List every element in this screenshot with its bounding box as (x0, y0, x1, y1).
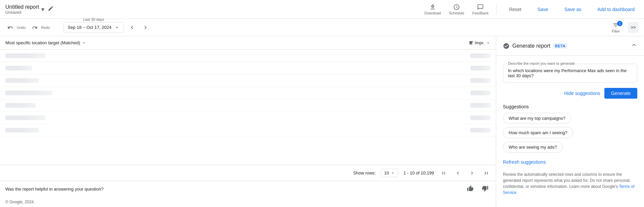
top-header: Untitled report Unsaved ▾ Download Sched… (0, 0, 644, 19)
prev-page-button[interactable] (454, 169, 462, 177)
generate-button[interactable]: Generate (604, 88, 637, 99)
table-header-row: Most specific location target (Matched) … (0, 36, 496, 50)
date-range-value: Sep 18 – Oct 17, 2024 (68, 25, 112, 30)
query-text: In which locations were my Performance M… (508, 68, 627, 78)
add-to-dashboard-button[interactable]: Add to dashboard (593, 5, 639, 14)
copyright: © Google, 2024. (5, 200, 35, 204)
toolbar-left: Undo Redo Last 30 days Sep 18 – Oct 17, … (5, 22, 602, 33)
col-impr-label: Impr. (475, 40, 484, 45)
toolbar-right: 1 Filter >> (606, 19, 639, 36)
query-box[interactable]: Describe the report you want to generate… (503, 64, 637, 83)
header-actions: Download Schedule Feedback Reset Save Sa… (424, 4, 639, 15)
filter-badge: 1 (617, 21, 622, 26)
redo-label: Redo (41, 25, 50, 30)
pagination-bar: Show rows: 10 1 - 10 of 10,199 (0, 165, 496, 181)
suggestion-item-0[interactable]: What are my top campaigns? (503, 113, 571, 124)
col-main-header: Most specific location target (Matched) (5, 40, 469, 45)
title-block: Untitled report Unsaved (5, 4, 39, 15)
hide-suggestions-button[interactable]: Hide suggestions (564, 91, 600, 96)
table-row (0, 87, 496, 99)
edit-icon[interactable] (48, 5, 54, 13)
date-range-label: Last 30 days (83, 17, 104, 21)
refresh-suggestions-button[interactable]: Refresh suggestions (503, 158, 637, 166)
panel-header: Generate report BETA (496, 36, 644, 56)
reset-button[interactable]: Reset (505, 5, 525, 14)
table-row (0, 99, 496, 112)
schedule-button[interactable]: Schedule (449, 4, 464, 15)
next-page-button[interactable] (468, 169, 476, 177)
page-info: 1 - 10 of 10,199 (403, 170, 434, 175)
date-range-picker[interactable]: Sep 18 – Oct 17, 2024 (63, 22, 124, 33)
header-divider (497, 4, 497, 15)
filter-button[interactable]: 1 Filter (606, 19, 625, 36)
show-rows-label: Show rows: (353, 170, 376, 175)
suggestion-item-1[interactable]: How much spam am I seeing? (503, 127, 573, 138)
expand-panel-button[interactable]: >> (628, 22, 639, 33)
filter-label: Filter (612, 29, 620, 33)
panel-body: Describe the report you want to generate… (496, 56, 644, 201)
beta-badge: BETA (553, 43, 567, 49)
report-subtitle: Unsaved (5, 10, 39, 15)
disclaimer-text: Review the automatically selected rows a… (503, 171, 637, 196)
title-chevron-icon[interactable]: ▾ (41, 6, 44, 13)
table-row (0, 62, 496, 74)
schedule-label: Schedule (449, 11, 464, 15)
col-main-label: Most specific location target (Matched) (5, 40, 80, 45)
suggestions-section: Suggestions What are my top campaigns? H… (503, 104, 637, 153)
table-area: Most specific location target (Matched) … (0, 36, 496, 207)
collapse-panel-button[interactable] (631, 42, 637, 50)
thumbs-up-button[interactable] (465, 183, 476, 195)
describe-label: Describe the report you want to generate (507, 61, 576, 65)
feedback-label: Feedback (472, 11, 488, 15)
table-scroll (0, 50, 496, 165)
col-impr-header: Impr. (469, 40, 490, 45)
thumbs-down-button[interactable] (480, 183, 490, 195)
undo-label: Undo (17, 25, 26, 30)
download-label: Download (424, 11, 441, 15)
disclaimer-content: Review the automatically selected rows a… (503, 172, 631, 189)
main-layout: Most specific location target (Matched) … (0, 36, 644, 207)
report-title-area: Untitled report Unsaved ▾ (5, 4, 422, 15)
panel-actions: Hide suggestions Generate (503, 88, 637, 99)
download-button[interactable]: Download (424, 4, 441, 15)
report-title: Untitled report (5, 4, 39, 10)
undo-button[interactable] (5, 22, 15, 33)
table-row (0, 74, 496, 87)
suggestions-list: What are my top campaigns? How much spam… (503, 113, 637, 153)
save-as-button[interactable]: Save as (560, 5, 586, 14)
next-date-button[interactable] (140, 22, 151, 33)
table-row (0, 50, 496, 62)
side-panel: Generate report BETA Describe the report… (496, 36, 644, 207)
first-page-button[interactable] (439, 169, 448, 177)
table-row (0, 124, 496, 137)
suggestions-label: Suggestions (503, 104, 637, 109)
panel-title-area: Generate report BETA (503, 43, 567, 49)
tos-suffix: . (516, 190, 517, 195)
feedback-question: Was the report helpful in answering your… (5, 187, 461, 192)
redo-button[interactable] (30, 22, 40, 33)
save-button[interactable]: Save (533, 5, 552, 14)
table-row (0, 112, 496, 124)
feedback-bar: Was the report helpful in answering your… (0, 181, 496, 197)
footer: © Google, 2024. (0, 197, 496, 207)
suggestion-item-2[interactable]: Who are seeing my ads? (503, 142, 563, 153)
query-area: Describe the report you want to generate… (503, 64, 637, 83)
rows-value: 10 (384, 170, 389, 175)
toolbar: Undo Redo Last 30 days Sep 18 – Oct 17, … (0, 19, 644, 36)
rows-select[interactable]: 10 (381, 169, 398, 177)
panel-title: Generate report (512, 43, 550, 49)
last-page-button[interactable] (482, 169, 490, 177)
feedback-button[interactable]: Feedback (472, 4, 488, 15)
prev-date-button[interactable] (127, 22, 137, 33)
